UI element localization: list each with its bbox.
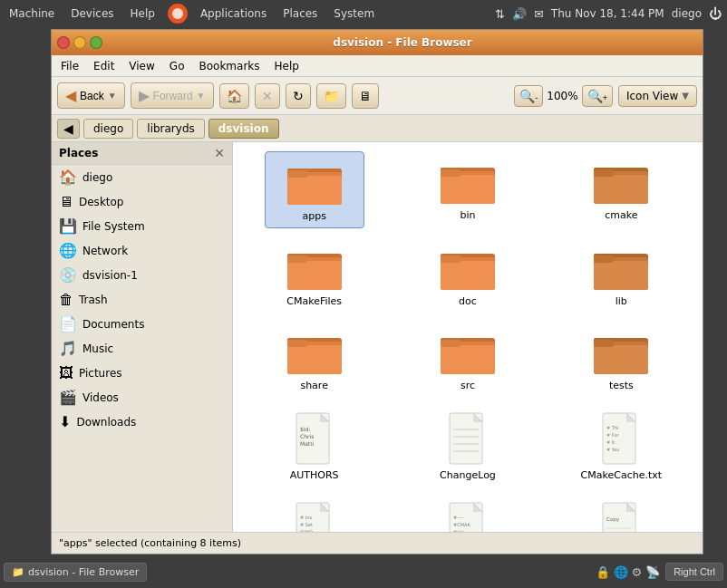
file-item-cmake[interactable]: cmake (571, 151, 671, 228)
sidebar-item-downloads[interactable]: ⬇ Downloads (52, 410, 232, 434)
svg-rect-15 (594, 169, 614, 177)
computer-button[interactable]: 🖥 (352, 83, 379, 109)
volume-icon[interactable]: 🔊 (512, 7, 527, 21)
home-icon: 🏠 (227, 89, 242, 103)
places-menu[interactable]: Places (279, 5, 321, 22)
file-label-bin: bin (460, 209, 475, 221)
edit-menu[interactable]: Edit (88, 58, 120, 74)
system-bar-left: Machine Devices Help (5, 5, 159, 22)
help-menu-item[interactable]: Help (269, 58, 305, 74)
sidebar-label-pictures: Pictures (79, 367, 122, 380)
file-browser-window: dsvision - File Browser File Edit View G… (51, 29, 703, 554)
view-mode-dropdown[interactable]: Icon View ▼ (618, 85, 697, 107)
stop-button[interactable]: ✕ (255, 83, 280, 109)
sidebar-item-documents[interactable]: 📄 Documents (52, 312, 232, 336)
breadcrumb-item-diego[interactable]: diego (83, 119, 133, 139)
file-icon-authors: $Id: Chris Matti (293, 411, 336, 466)
system-bar: Machine Devices Help Applications Places… (0, 0, 727, 27)
file-item-lib[interactable]: lib (571, 237, 671, 313)
svg-text:# Ins: # Ins (300, 515, 312, 520)
maximize-button[interactable] (90, 36, 102, 49)
file-item-changelog[interactable]: ChangeLog (418, 406, 518, 487)
file-item-tests[interactable]: tests (571, 322, 671, 397)
taskbar-window-item[interactable]: 📁 dsvision - File Browser (4, 563, 147, 582)
file-label-src: src (460, 380, 475, 391)
minimize-button[interactable] (73, 36, 86, 49)
system-bar-right: ⇅ 🔊 ✉ Thu Nov 18, 1:44 PM diego ⏻ (495, 6, 722, 21)
right-ctrl-button[interactable]: Right Ctrl (665, 563, 723, 581)
applications-menu[interactable]: Applications (197, 5, 270, 22)
file-icon-cmakelists: #---- #CMAK #(c) #---- (446, 501, 490, 532)
sidebar-item-diego[interactable]: 🏠 diego (52, 165, 232, 189)
bookmarks-button[interactable]: 📁 (316, 83, 346, 109)
svg-rect-3 (287, 176, 342, 205)
file-item-cmakelists[interactable]: #---- #CMAK #(c) #---- CMakeLists.txt (418, 496, 518, 532)
machine-menu[interactable]: Machine (5, 5, 58, 22)
forward-button[interactable]: ▶ Forward ▼ (131, 82, 214, 109)
file-item-cmakecache[interactable]: # Thi # For # It # You CMakeCache.txt (571, 406, 671, 487)
sidebar-item-pictures[interactable]: 🖼 Pictures (52, 361, 232, 385)
help-menu[interactable]: Help (127, 5, 159, 22)
videos-sidebar-icon: 🎬 (59, 389, 77, 406)
folder-icon-bin (439, 157, 497, 206)
sidebar-item-network[interactable]: 🌐 Network (52, 238, 232, 263)
taskbar-tray-icon-1: 🔒 (596, 565, 610, 579)
file-item-authors[interactable]: $Id: Chris Matti AUTHORS (265, 406, 364, 487)
file-label-doc: doc (459, 295, 477, 307)
svg-rect-30 (594, 255, 614, 263)
sidebar-item-videos[interactable]: 🎬 Videos (52, 385, 232, 410)
sidebar-item-music[interactable]: 🎵 Music (52, 336, 232, 361)
file-item-cmake-install[interactable]: # Ins # Set IF(NO cmake_install. (265, 496, 364, 532)
file-item-src[interactable]: src (418, 322, 518, 397)
file-item-copying[interactable]: Copy COPYING (571, 496, 671, 532)
go-menu[interactable]: Go (164, 58, 190, 74)
breadcrumb-back-button[interactable]: ◀ (57, 119, 80, 139)
sidebar-item-dsvision1[interactable]: 💿 dsvision-1 (52, 263, 232, 287)
sidebar-title: Places (59, 147, 98, 159)
forward-dropdown-icon[interactable]: ▼ (197, 91, 206, 101)
forward-arrow-icon: ▶ (139, 87, 150, 104)
breadcrumb-item-dsvision[interactable]: dsvision (208, 119, 279, 139)
refresh-button[interactable]: ↻ (286, 83, 311, 109)
svg-rect-45 (594, 340, 614, 347)
status-bar: "apps" selected (containing 8 items) (52, 532, 703, 554)
back-dropdown-icon[interactable]: ▼ (108, 91, 117, 101)
file-menu[interactable]: File (55, 58, 84, 74)
svg-rect-23 (441, 261, 495, 290)
zoom-out-button[interactable]: 🔍- (514, 85, 543, 107)
svg-rect-13 (594, 175, 648, 204)
taskbar-tray-icon-4: 📡 (645, 565, 660, 579)
title-bar: dsvision - File Browser (52, 30, 703, 55)
ubuntu-logo[interactable] (168, 4, 188, 24)
trash-sidebar-icon: 🗑 (59, 291, 73, 308)
sidebar-label-filesystem: File System (82, 220, 145, 233)
back-arrow-icon: ◀ (65, 87, 76, 104)
devices-menu[interactable]: Devices (67, 5, 117, 22)
home-button[interactable]: 🏠 (219, 83, 249, 109)
system-menu[interactable]: System (330, 5, 378, 22)
bookmarks-menu[interactable]: Bookmarks (193, 58, 265, 74)
close-button[interactable] (57, 36, 70, 49)
sidebar-close-button[interactable]: ✕ (214, 146, 225, 160)
svg-rect-8 (441, 175, 495, 204)
zoom-in-button[interactable]: 🔍+ (582, 85, 613, 107)
view-dropdown-icon: ▼ (682, 91, 689, 101)
svg-text:# For: # For (606, 432, 620, 438)
power-icon[interactable]: ⏻ (709, 6, 722, 21)
file-item-share[interactable]: share (265, 322, 364, 397)
arrows-icon: ⇅ (495, 7, 505, 21)
sidebar-item-filesystem[interactable]: 💾 File System (52, 214, 232, 238)
file-item-bin[interactable]: bin (418, 151, 518, 228)
svg-text:Matti: Matti (300, 440, 315, 447)
svg-rect-38 (441, 345, 495, 374)
sidebar-item-desktop[interactable]: 🖥 Desktop (52, 189, 232, 214)
sidebar-item-trash[interactable]: 🗑 Trash (52, 287, 232, 312)
file-item-cmakefiles[interactable]: CMakeFiles (265, 237, 364, 313)
email-icon[interactable]: ✉ (534, 7, 544, 21)
file-item-doc[interactable]: doc (418, 237, 518, 313)
view-menu[interactable]: View (123, 58, 160, 74)
back-button[interactable]: ◀ Back ▼ (57, 82, 125, 109)
file-item-apps[interactable]: apps (265, 151, 364, 228)
refresh-icon: ↻ (293, 89, 304, 103)
breadcrumb-item-libraryds[interactable]: libraryds (137, 119, 204, 139)
